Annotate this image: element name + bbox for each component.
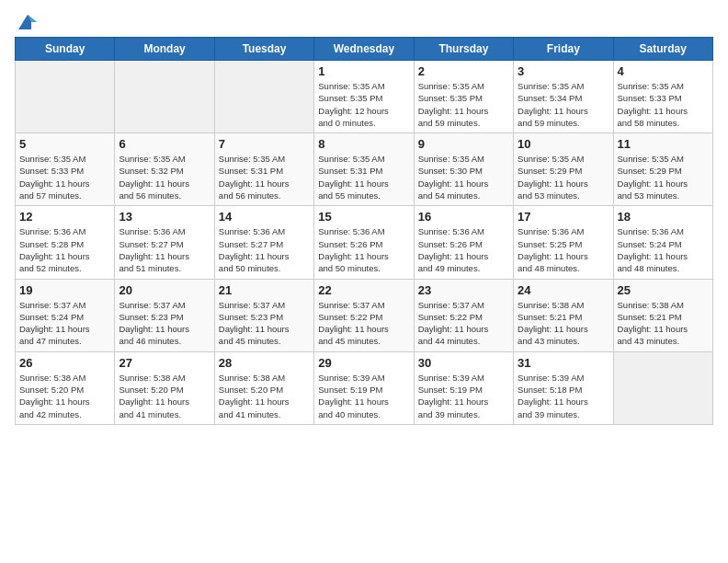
calendar-cell: 9Sunrise: 5:35 AM Sunset: 5:30 PM Daylig… (414, 133, 513, 206)
day-info: Sunrise: 5:38 AM Sunset: 5:20 PM Dayligh… (219, 372, 310, 420)
day-number: 25 (618, 283, 709, 297)
day-info: Sunrise: 5:36 AM Sunset: 5:26 PM Dayligh… (418, 225, 509, 274)
calendar-cell: 11Sunrise: 5:35 AM Sunset: 5:29 PM Dayli… (613, 133, 712, 206)
day-number: 24 (518, 283, 609, 297)
day-info: Sunrise: 5:36 AM Sunset: 5:26 PM Dayligh… (318, 225, 409, 274)
calendar-cell: 18Sunrise: 5:36 AM Sunset: 5:24 PM Dayli… (613, 206, 712, 279)
day-info: Sunrise: 5:37 AM Sunset: 5:23 PM Dayligh… (219, 299, 310, 348)
calendar-cell: 31Sunrise: 5:39 AM Sunset: 5:18 PM Dayli… (514, 351, 613, 424)
day-number: 12 (19, 210, 110, 224)
day-number: 20 (119, 283, 210, 297)
calendar-cell: 23Sunrise: 5:37 AM Sunset: 5:22 PM Dayli… (414, 279, 513, 351)
day-info: Sunrise: 5:35 AM Sunset: 5:31 PM Dayligh… (318, 153, 409, 201)
day-info: Sunrise: 5:35 AM Sunset: 5:33 PM Dayligh… (618, 80, 709, 129)
day-info: Sunrise: 5:36 AM Sunset: 5:24 PM Dayligh… (618, 225, 709, 274)
calendar-cell (115, 61, 214, 133)
day-info: Sunrise: 5:38 AM Sunset: 5:20 PM Dayligh… (119, 372, 210, 420)
day-info: Sunrise: 5:38 AM Sunset: 5:20 PM Dayligh… (19, 372, 110, 420)
calendar-week-1: 1Sunrise: 5:35 AM Sunset: 5:35 PM Daylig… (16, 61, 713, 133)
header (15, 15, 713, 29)
day-info: Sunrise: 5:39 AM Sunset: 5:19 PM Dayligh… (318, 372, 409, 420)
day-number: 31 (518, 356, 609, 370)
day-info: Sunrise: 5:36 AM Sunset: 5:28 PM Dayligh… (19, 225, 110, 274)
calendar-cell: 19Sunrise: 5:37 AM Sunset: 5:24 PM Dayli… (16, 279, 115, 351)
day-info: Sunrise: 5:38 AM Sunset: 5:21 PM Dayligh… (518, 299, 609, 348)
weekday-header-tuesday: Tuesday (214, 38, 313, 61)
calendar-cell: 16Sunrise: 5:36 AM Sunset: 5:26 PM Dayli… (414, 206, 513, 279)
day-info: Sunrise: 5:35 AM Sunset: 5:29 PM Dayligh… (618, 153, 709, 201)
weekday-header-sunday: Sunday (16, 38, 115, 61)
calendar-cell (613, 351, 712, 424)
day-number: 9 (418, 137, 509, 151)
calendar-cell: 28Sunrise: 5:38 AM Sunset: 5:20 PM Dayli… (214, 351, 313, 424)
calendar-cell: 13Sunrise: 5:36 AM Sunset: 5:27 PM Dayli… (115, 206, 214, 279)
calendar-cell: 22Sunrise: 5:37 AM Sunset: 5:22 PM Dayli… (314, 279, 414, 351)
day-number: 5 (19, 137, 110, 151)
day-number: 15 (318, 210, 409, 224)
calendar-week-2: 5Sunrise: 5:35 AM Sunset: 5:33 PM Daylig… (16, 133, 713, 206)
calendar-cell: 14Sunrise: 5:36 AM Sunset: 5:27 PM Dayli… (214, 206, 313, 279)
calendar-cell: 24Sunrise: 5:38 AM Sunset: 5:21 PM Dayli… (514, 279, 613, 351)
day-number: 11 (618, 137, 709, 151)
calendar-body: 1Sunrise: 5:35 AM Sunset: 5:35 PM Daylig… (16, 61, 713, 425)
day-info: Sunrise: 5:38 AM Sunset: 5:21 PM Dayligh… (618, 299, 709, 348)
calendar-cell: 17Sunrise: 5:36 AM Sunset: 5:25 PM Dayli… (514, 206, 613, 279)
day-info: Sunrise: 5:37 AM Sunset: 5:24 PM Dayligh… (19, 299, 110, 348)
day-number: 8 (318, 137, 409, 151)
day-info: Sunrise: 5:35 AM Sunset: 5:29 PM Dayligh… (518, 153, 609, 201)
calendar-week-5: 26Sunrise: 5:38 AM Sunset: 5:20 PM Dayli… (16, 351, 713, 424)
calendar-cell: 8Sunrise: 5:35 AM Sunset: 5:31 PM Daylig… (314, 133, 414, 206)
weekday-header-thursday: Thursday (414, 38, 513, 61)
calendar-cell: 2Sunrise: 5:35 AM Sunset: 5:35 PM Daylig… (414, 61, 513, 133)
calendar-cell: 27Sunrise: 5:38 AM Sunset: 5:20 PM Dayli… (115, 351, 214, 424)
calendar-cell: 4Sunrise: 5:35 AM Sunset: 5:33 PM Daylig… (613, 61, 712, 133)
weekday-header-saturday: Saturday (613, 38, 712, 61)
day-number: 22 (318, 283, 409, 297)
day-number: 13 (119, 210, 210, 224)
day-info: Sunrise: 5:39 AM Sunset: 5:18 PM Dayligh… (518, 372, 609, 420)
day-number: 27 (119, 356, 210, 370)
calendar-week-4: 19Sunrise: 5:37 AM Sunset: 5:24 PM Dayli… (16, 279, 713, 351)
calendar-table: SundayMondayTuesdayWednesdayThursdayFrid… (15, 37, 713, 425)
day-number: 28 (219, 356, 310, 370)
day-number: 18 (618, 210, 709, 224)
day-info: Sunrise: 5:35 AM Sunset: 5:32 PM Dayligh… (119, 153, 210, 201)
day-number: 14 (219, 210, 310, 224)
day-number: 6 (119, 137, 210, 151)
calendar-cell: 15Sunrise: 5:36 AM Sunset: 5:26 PM Dayli… (314, 206, 414, 279)
day-info: Sunrise: 5:35 AM Sunset: 5:35 PM Dayligh… (318, 80, 409, 129)
day-info: Sunrise: 5:35 AM Sunset: 5:31 PM Dayligh… (219, 153, 310, 201)
calendar-cell: 29Sunrise: 5:39 AM Sunset: 5:19 PM Dayli… (314, 351, 414, 424)
calendar-cell: 10Sunrise: 5:35 AM Sunset: 5:29 PM Dayli… (514, 133, 613, 206)
calendar-cell: 20Sunrise: 5:37 AM Sunset: 5:23 PM Dayli… (115, 279, 214, 351)
day-info: Sunrise: 5:36 AM Sunset: 5:25 PM Dayligh… (518, 225, 609, 274)
day-number: 16 (418, 210, 509, 224)
calendar-cell: 7Sunrise: 5:35 AM Sunset: 5:31 PM Daylig… (214, 133, 313, 206)
calendar-cell: 1Sunrise: 5:35 AM Sunset: 5:35 PM Daylig… (314, 61, 414, 133)
weekday-header-wednesday: Wednesday (314, 38, 414, 61)
calendar-cell (214, 61, 313, 133)
calendar-cell: 5Sunrise: 5:35 AM Sunset: 5:33 PM Daylig… (16, 133, 115, 206)
weekday-header-friday: Friday (514, 38, 613, 61)
calendar-cell: 21Sunrise: 5:37 AM Sunset: 5:23 PM Dayli… (214, 279, 313, 351)
day-info: Sunrise: 5:39 AM Sunset: 5:19 PM Dayligh… (418, 372, 509, 420)
day-info: Sunrise: 5:37 AM Sunset: 5:23 PM Dayligh… (119, 299, 210, 348)
calendar-cell: 3Sunrise: 5:35 AM Sunset: 5:34 PM Daylig… (514, 61, 613, 133)
weekday-header-row: SundayMondayTuesdayWednesdayThursdayFrid… (16, 38, 713, 61)
day-number: 3 (518, 64, 609, 78)
day-info: Sunrise: 5:37 AM Sunset: 5:22 PM Dayligh… (318, 299, 409, 348)
day-number: 30 (418, 356, 509, 370)
day-number: 26 (19, 356, 110, 370)
day-number: 23 (418, 283, 509, 297)
weekday-header-monday: Monday (115, 38, 214, 61)
day-number: 29 (318, 356, 409, 370)
day-info: Sunrise: 5:36 AM Sunset: 5:27 PM Dayligh… (219, 225, 310, 274)
day-info: Sunrise: 5:35 AM Sunset: 5:33 PM Dayligh… (19, 153, 110, 201)
day-info: Sunrise: 5:35 AM Sunset: 5:30 PM Dayligh… (418, 153, 509, 201)
calendar-cell (16, 61, 115, 133)
day-number: 19 (19, 283, 110, 297)
calendar-cell: 6Sunrise: 5:35 AM Sunset: 5:32 PM Daylig… (115, 133, 214, 206)
calendar-cell: 30Sunrise: 5:39 AM Sunset: 5:19 PM Dayli… (414, 351, 513, 424)
day-number: 2 (418, 64, 509, 78)
day-number: 1 (318, 64, 409, 78)
